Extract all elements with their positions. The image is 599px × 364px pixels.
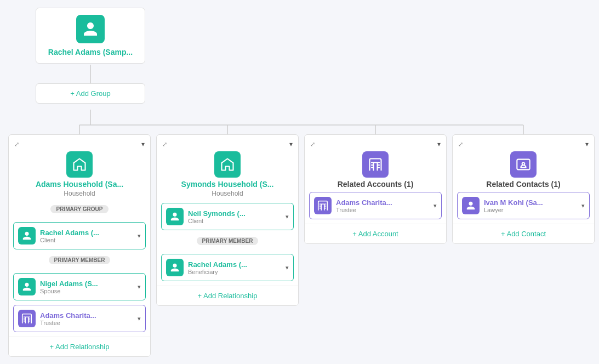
expand-icon[interactable]: ⤢: [14, 141, 19, 148]
member-role: Client: [40, 237, 135, 243]
column-card-col4: ⤢ ▾ Related Contacts (1) Ivan M Kohl (Sa…: [452, 134, 595, 244]
col-dropdown-icon[interactable]: ▾: [289, 140, 293, 148]
member-dropdown-icon[interactable]: ▾: [286, 264, 289, 271]
member-name: Nigel Adams (S...: [40, 280, 111, 288]
member-row[interactable]: Adams Charita... Trustee ▾: [13, 305, 146, 332]
member-icon: [166, 259, 184, 276]
column-card-col1: ⤢ ▾ Adams Household (Sa... Household PRI…: [8, 134, 151, 357]
member-dropdown-icon[interactable]: ▾: [138, 232, 141, 240]
member-info: Adams Charita... Trustee: [336, 198, 431, 213]
member-info: Neil Symonds (... Client: [188, 209, 283, 224]
col-icon: [362, 151, 389, 178]
member-role: Trustee: [336, 207, 431, 213]
member-row[interactable]: Nigel Adams (S... Spouse ▾: [13, 273, 146, 300]
root-icon: [76, 15, 105, 43]
member-row[interactable]: Neil Symonds (... Client ▾: [161, 203, 294, 230]
person-icon: [82, 21, 99, 37]
primary-group-badge: PRIMARY GROUP: [50, 205, 108, 213]
col-dropdown-icon[interactable]: ▾: [437, 140, 441, 148]
member-name: Adams Charita...: [336, 198, 407, 207]
col-dropdown-icon[interactable]: ▾: [141, 140, 145, 148]
col-title: Related Contacts (1): [482, 180, 564, 190]
column-card-col2: ⤢ ▾ Symonds Household (S... Household Ne…: [156, 134, 299, 306]
column-card-col3: ⤢ ▾ Related Accounts (1) Adams Charita..…: [304, 134, 447, 244]
member-info: Adams Charita... Trustee: [40, 311, 135, 326]
col-members: Rachel Adams (... Client ▾ PRIMARY MEMBE…: [9, 222, 150, 332]
col-title: Adams Household (Sa...: [31, 180, 128, 190]
member-dropdown-icon[interactable]: ▾: [433, 202, 437, 209]
member-role: Trustee: [40, 320, 135, 326]
member-dropdown-icon[interactable]: ▾: [286, 213, 289, 220]
member-row[interactable]: Rachel Adams (... Beneficiary ▾: [161, 254, 294, 281]
col-title: Related Accounts (1): [333, 180, 418, 190]
member-name: Ivan M Kohl (Sa...: [484, 198, 555, 207]
member-row[interactable]: Ivan M Kohl (Sa... Lawyer ▾: [457, 192, 590, 219]
member-dropdown-icon[interactable]: ▾: [138, 315, 141, 322]
add-link[interactable]: + Add Contact: [453, 224, 594, 243]
col-card-header: ⤢ ▾: [157, 135, 298, 148]
member-info: Rachel Adams (... Beneficiary: [188, 260, 283, 275]
member-name: Rachel Adams (...: [188, 260, 259, 269]
member-info: Nigel Adams (S... Spouse: [40, 280, 135, 294]
expand-icon[interactable]: ⤢: [458, 141, 463, 148]
expand-icon[interactable]: ⤢: [310, 141, 315, 148]
member-name: Rachel Adams (...: [40, 229, 111, 237]
add-group-button[interactable]: + Add Group: [36, 83, 145, 104]
col-card-header: ⤢ ▾: [453, 135, 594, 148]
member-icon: [314, 197, 332, 214]
member-dropdown-icon[interactable]: ▾: [581, 202, 585, 209]
member-role: Client: [188, 218, 283, 224]
col-members: Ivan M Kohl (Sa... Lawyer ▾: [453, 192, 594, 219]
add-link[interactable]: + Add Relationship: [157, 286, 298, 305]
col-members: Adams Charita... Trustee ▾: [305, 192, 446, 219]
add-link[interactable]: + Add Account: [305, 224, 446, 243]
col-members: Neil Symonds (... Client ▾ PRIMARY MEMBE…: [157, 203, 298, 281]
root-name: Rachel Adams (Samp...: [48, 48, 133, 56]
root-node: Rachel Adams (Samp...: [36, 8, 145, 64]
member-name: Adams Charita...: [40, 311, 111, 320]
member-role: Beneficiary: [188, 269, 283, 275]
member-role: Lawyer: [484, 207, 579, 213]
add-link[interactable]: + Add Relationship: [9, 337, 150, 356]
member-icon: [18, 278, 36, 295]
member-icon: [18, 310, 36, 327]
member-row[interactable]: Adams Charita... Trustee ▾: [309, 192, 442, 219]
member-info: Rachel Adams (... Client: [40, 229, 135, 243]
member-icon: [462, 197, 480, 214]
member-row[interactable]: Rachel Adams (... Client ▾: [13, 222, 146, 249]
member-dropdown-icon[interactable]: ▾: [138, 283, 141, 291]
col-icon: [510, 151, 537, 178]
member-icon: [18, 227, 36, 244]
col-card-header: ⤢ ▾: [9, 135, 150, 148]
col-dropdown-icon[interactable]: ▾: [585, 140, 589, 148]
col-card-header: ⤢ ▾: [305, 135, 446, 148]
col-icon: [214, 151, 241, 178]
member-role: Spouse: [40, 288, 135, 294]
col-icon: [66, 151, 93, 178]
expand-icon[interactable]: ⤢: [162, 141, 167, 148]
col-subtitle: Household: [64, 190, 95, 197]
member-info: Ivan M Kohl (Sa... Lawyer: [484, 198, 579, 213]
member-name: Neil Symonds (...: [188, 209, 259, 218]
member-icon: [166, 208, 184, 225]
col-subtitle: Household: [212, 190, 243, 197]
col-title: Symonds Household (S...: [177, 180, 278, 190]
